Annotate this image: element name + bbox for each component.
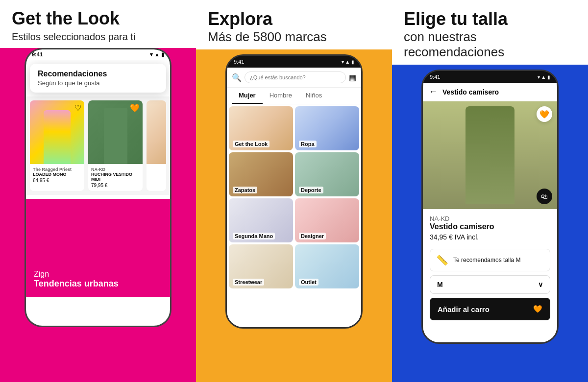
product-brand: NA-KD: [430, 215, 550, 222]
phone2-time: 9:41: [234, 59, 244, 65]
phone2-status: 9:41 ▾ ▲ ▮: [227, 56, 361, 68]
col1-phone-area: 9:41 ▾ ▲ ▮ Recomendaciones Según lo que …: [0, 48, 196, 382]
phone1-icons: ▾ ▲ ▮: [150, 51, 164, 58]
col3-title: Elige tu talla: [404, 9, 576, 29]
phone3-body: ← Vestido camisero 🧡 🛍: [423, 83, 557, 344]
bag-icon: 🛍: [541, 192, 548, 200]
product-price-1: 64,95 €: [33, 178, 81, 183]
search-icon: 🔍: [232, 73, 242, 82]
search-bar: 🔍 ▦: [227, 68, 361, 88]
phone1-content: Recomendaciones Según lo que te gusta ♡ …: [26, 60, 170, 327]
trend-tagline: Tendencias urbanas: [34, 279, 119, 289]
model-figure-1: [44, 110, 71, 164]
chevron-down-icon: ∨: [538, 281, 543, 288]
cat-ropa[interactable]: Ropa: [295, 106, 359, 150]
barcode-icon[interactable]: ▦: [349, 73, 356, 82]
product-info-2: NA-KD RUCHING VESTIDO MIDI 79,95 €: [88, 164, 143, 191]
col1-title: Get the Look: [12, 9, 184, 28]
tab-mujer[interactable]: Mujer: [232, 88, 263, 104]
column-talla: Elige tu talla con nuestras recomendacio…: [392, 0, 588, 382]
product-page-title: Vestido camisero: [442, 88, 499, 96]
phone1-time: 9:41: [32, 51, 43, 57]
popup-subtitle: Según lo que te gusta: [38, 79, 158, 87]
product-full-name: Vestido camisero: [430, 222, 550, 231]
size-selector[interactable]: M ∨: [430, 275, 550, 294]
product-heart-1[interactable]: ♡: [74, 103, 81, 113]
tab-ninos[interactable]: Niños: [299, 88, 329, 104]
col3-subtitle: con nuestras recomendaciones: [404, 29, 576, 60]
model-silhouette: [466, 106, 514, 204]
cat-label-deporte: Deporte: [299, 187, 323, 193]
product-image: 🧡 🛍: [423, 101, 557, 209]
size-recommendation: 📏 Te recomendamos talla M: [430, 249, 550, 271]
column-get-the-look: Get the Look Estilos seleccionados para …: [0, 0, 196, 382]
add-to-cart-button[interactable]: Añadir al carro 🧡: [430, 298, 550, 320]
cat-designer[interactable]: Designer: [295, 198, 359, 242]
cat-segunda-mano[interactable]: Segunda Mano: [229, 198, 293, 242]
col2-phone-area: 9:41 ▾ ▲ ▮ 🔍 ▦ Mujer Hombre Niños: [196, 49, 392, 382]
cat-label-getlook: Get the Look: [233, 141, 270, 147]
phone2-frame: 9:41 ▾ ▲ ▮ 🔍 ▦ Mujer Hombre Niños: [225, 54, 363, 329]
col3-phone-area: 9:41 ▾ ▲ ▮ ← Vestido camisero 🧡: [392, 65, 588, 382]
trend-section: Zign Tendencias urbanas: [26, 199, 170, 297]
product-card-1[interactable]: ♡ The Ragged Priest LOADED MONO 64,95 €: [30, 100, 84, 191]
product-price: 34,95 € IVA incl.: [430, 233, 550, 241]
search-input[interactable]: [245, 72, 346, 83]
cat-streetwear[interactable]: Streetwear: [229, 244, 293, 288]
product-card-2[interactable]: 🧡 NA-KD RUCHING VESTIDO MIDI 79,95 €: [88, 100, 143, 191]
trend-brand: Zign: [34, 270, 119, 279]
phone2-icons: ▾ ▲ ▮: [342, 59, 354, 65]
product-nav: ← Vestido camisero: [423, 83, 557, 101]
product-heart-2[interactable]: 🧡: [130, 103, 140, 113]
size-rec-text: Te recomendamos talla M: [453, 257, 520, 263]
col2-title: Explora: [208, 9, 380, 29]
phone3-status: 9:41 ▾ ▲ ▮: [423, 71, 557, 83]
product-brand-1: The Ragged Priest: [33, 167, 81, 172]
phone3-time: 9:41: [430, 74, 440, 80]
trend-label: Zign Tendencias urbanas: [34, 270, 119, 289]
selected-size: M: [437, 281, 443, 288]
product-grid: ♡ The Ragged Priest LOADED MONO 64,95 €: [26, 96, 170, 195]
product-img-1: ♡: [30, 100, 84, 164]
add-to-cart-heart: 🧡: [533, 305, 542, 313]
col2-subtitle: Más de 5800 marcas: [208, 29, 380, 45]
col1-header: Get the Look Estilos seleccionados para …: [0, 0, 196, 48]
cat-zapatos[interactable]: Zapatos: [229, 152, 293, 196]
category-grid: Get the Look Ropa Zapatos Deporte Segund…: [227, 104, 361, 290]
col1-subtitle: Estilos seleccionados para ti: [12, 30, 184, 43]
product-info-1: The Ragged Priest LOADED MONO 64,95 €: [30, 164, 84, 186]
cat-get-the-look[interactable]: Get the Look: [229, 106, 293, 150]
phone2-body: 🔍 ▦ Mujer Hombre Niños Get the Look R: [227, 68, 361, 329]
product-brand-2: NA-KD: [91, 167, 140, 172]
column-explora: Explora Más de 5800 marcas 9:41 ▾ ▲ ▮ 🔍 …: [196, 0, 392, 382]
tab-hombre[interactable]: Hombre: [263, 88, 299, 104]
add-to-cart-label: Añadir al carro: [438, 305, 490, 313]
back-button[interactable]: ←: [429, 87, 438, 97]
col3-header: Elige tu talla con nuestras recomendacio…: [392, 0, 588, 65]
product-price-2: 79,95 €: [91, 183, 140, 188]
recommendation-popup: Recomendaciones Según lo que te gusta: [30, 64, 166, 93]
heart-filled-icon: 🧡: [539, 110, 549, 119]
cat-outlet[interactable]: Outlet: [295, 244, 359, 288]
model-figure-2: [104, 108, 127, 164]
phone3-frame: 9:41 ▾ ▲ ▮ ← Vestido camisero 🧡: [421, 70, 559, 344]
category-tabs: Mujer Hombre Niños: [227, 88, 361, 104]
phone1-frame: 9:41 ▾ ▲ ▮ Recomendaciones Según lo que …: [24, 48, 172, 327]
cat-label-street: Streetwear: [233, 279, 264, 286]
phone1-status: 9:41 ▾ ▲ ▮: [26, 49, 170, 60]
product-details: NA-KD Vestido camisero 34,95 € IVA incl.: [423, 209, 557, 245]
cat-label-segunda: Segunda Mano: [233, 233, 275, 239]
popup-title: Recomendaciones: [38, 70, 158, 78]
product-img-3: [147, 100, 166, 164]
cat-label-designer: Designer: [299, 233, 326, 239]
product-name-1: LOADED MONO: [33, 172, 81, 177]
col2-header: Explora Más de 5800 marcas: [196, 0, 392, 49]
ruler-icon: 📏: [436, 254, 448, 266]
product-img-2: 🧡: [88, 100, 143, 164]
product-card-3[interactable]: [147, 100, 166, 191]
product-name-2: RUCHING VESTIDO MIDI: [91, 172, 140, 182]
cat-label-zapatos: Zapatos: [233, 187, 257, 193]
cat-deporte[interactable]: Deporte: [295, 152, 359, 196]
phone3-icons: ▾ ▲ ▮: [538, 74, 550, 80]
cat-label-outlet: Outlet: [299, 279, 318, 286]
